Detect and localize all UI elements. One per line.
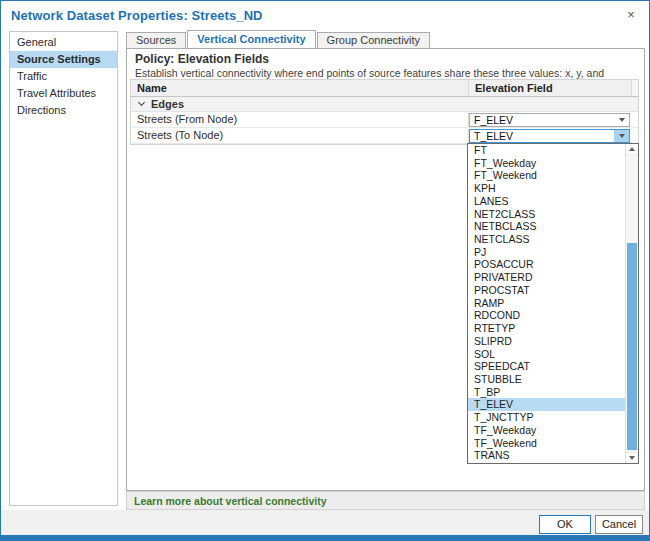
chevron-down-icon[interactable] [138,99,145,106]
dropdown-option[interactable]: LANES [468,195,625,208]
column-header-elevation-field: Elevation Field [468,80,631,96]
sidebar-item-general[interactable]: General [10,34,117,51]
cancel-button[interactable]: Cancel [595,515,643,534]
dropdown-option[interactable]: RAMP [468,297,625,310]
dropdown-option[interactable]: TF_Weekend [468,437,625,450]
edges-group-label: Edges [131,98,184,110]
tab-sources[interactable]: Sources [126,32,186,48]
combo-dropdown-icon[interactable] [614,130,629,142]
table-header-row: Name Elevation Field [131,80,638,97]
title-bar: Network Dataset Properties: Streets_ND × [1,1,649,30]
tab-vertical-connectivity[interactable]: Vertical Connectivity [187,30,315,48]
table-row: Streets (From Node) F_ELEV [131,112,638,128]
dropdown-option[interactable]: KPH [468,182,625,195]
dropdown-option[interactable]: FT_Weekday [468,157,625,170]
dropdown-option[interactable]: TF_Weekday [468,424,625,437]
tab-strip: Sources Vertical Connectivity Group Conn… [126,31,431,48]
field-dropdown-list: FT FT_Weekday FT_Weekend KPH LANES NET2C… [467,143,639,464]
dropdown-option[interactable]: NET2CLASS [468,208,625,221]
scrollbar-thumb[interactable] [627,243,637,450]
scroll-up-icon[interactable] [626,144,638,155]
elevation-fields-table: Name Elevation Field Edges Streets (From… [130,79,639,145]
dropdown-option[interactable]: NETBCLASS [468,220,625,233]
row-value-cell: T_ELEV [468,128,631,144]
to-elev-combobox[interactable]: T_ELEV [469,129,630,143]
row-name-streets-to-node: Streets (To Node) [131,128,468,143]
dropdown-items: FT FT_Weekday FT_Weekend KPH LANES NET2C… [468,144,625,463]
sidebar-item-source-settings[interactable]: Source Settings [10,51,117,68]
dialog-bottom-accent [1,535,649,540]
dropdown-option[interactable]: T_BP [468,386,625,399]
dropdown-option[interactable]: NETCLASS [468,233,625,246]
dropdown-option[interactable]: STUBBLE [468,373,625,386]
sidebar-item-travel-attributes[interactable]: Travel Attributes [10,85,117,102]
scroll-down-icon[interactable] [626,452,638,463]
column-header-name: Name [131,80,468,96]
dropdown-option[interactable]: SPEEDCAT [468,360,625,373]
learn-more-link[interactable]: Learn more about vertical connectivity [127,495,327,507]
dropdown-option[interactable]: SOL [468,348,625,361]
edges-group-row[interactable]: Edges [131,97,638,112]
row-name-streets-from-node: Streets (From Node) [131,112,468,127]
dropdown-option[interactable]: POSACCUR [468,258,625,271]
dropdown-option[interactable]: FT_Weekend [468,169,625,182]
tab-group-connectivity[interactable]: Group Connectivity [317,32,431,48]
dropdown-option-selected[interactable]: T_ELEV [468,398,625,411]
dropdown-option[interactable]: PJ [468,246,625,259]
dropdown-option[interactable]: RDCOND [468,309,625,322]
sidebar-item-traffic[interactable]: Traffic [10,68,117,85]
from-elev-combobox[interactable]: F_ELEV [469,113,630,127]
dropdown-option[interactable]: PROCSTAT [468,284,625,297]
ok-button[interactable]: OK [539,515,591,534]
close-icon[interactable]: × [621,5,641,25]
sidebar-item-directions[interactable]: Directions [10,102,117,119]
table-row: Streets (To Node) T_ELEV [131,128,638,144]
dropdown-option[interactable]: PRIVATERD [468,271,625,284]
dropdown-option[interactable]: TRANS [468,449,625,462]
row-value-cell: F_ELEV [468,112,631,128]
settings-sidebar: General Source Settings Traffic Travel A… [9,31,118,506]
learn-more-bar: Learn more about vertical connectivity [126,491,645,510]
combo-dropdown-icon[interactable] [614,114,629,126]
dialog-footer: OK Cancel [1,510,649,537]
table-scroll-gutter [631,80,638,96]
network-dataset-properties-dialog: Network Dataset Properties: Streets_ND ×… [0,0,650,541]
dropdown-option[interactable]: SLIPRD [468,335,625,348]
dialog-title: Network Dataset Properties: Streets_ND [11,8,263,23]
dropdown-scrollbar[interactable] [625,144,638,463]
dropdown-option[interactable]: RTETYP [468,322,625,335]
policy-title: Policy: Elevation Fields [135,52,269,66]
dropdown-option[interactable]: T_JNCTTYP [468,411,625,424]
dropdown-option[interactable]: FT [468,144,625,157]
